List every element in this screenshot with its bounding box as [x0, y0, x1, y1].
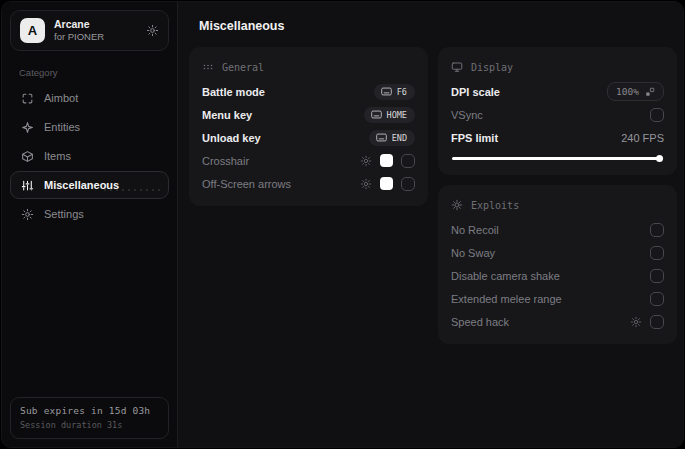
offscreen-arrows-color-swatch[interactable] — [380, 177, 393, 190]
vsync-label: VSync — [451, 109, 483, 121]
scale-icon — [645, 87, 655, 97]
sidebar-item-miscellaneous[interactable]: Miscellaneous — [10, 171, 169, 199]
vsync-row: VSync — [451, 103, 664, 126]
grid-dots-icon — [202, 61, 214, 73]
extended-melee-range-row: Extended melee range — [451, 287, 664, 310]
dpi-scale-row: DPI scale 100% — [451, 80, 664, 103]
keybind-value: HOME — [387, 110, 407, 120]
disable-camera-shake-row: Disable camera shake — [451, 264, 664, 287]
sidebar: A Arcane for PIONER Category Aim — [2, 2, 178, 447]
fps-limit-row: FPS limit 240 FPS — [451, 126, 664, 149]
disable-camera-shake-label: Disable camera shake — [451, 270, 560, 282]
display-panel-title: Display — [471, 62, 513, 73]
scan-icon — [21, 92, 34, 105]
menu-key-label: Menu key — [202, 109, 252, 121]
speed-hack-checkbox[interactable] — [650, 315, 664, 329]
speed-hack-label: Speed hack — [451, 316, 509, 328]
sidebar-item-items[interactable]: Items — [10, 142, 169, 170]
menu-key-row: Menu key HOME — [202, 103, 415, 126]
speed-hack-gear-icon[interactable] — [630, 316, 642, 328]
offscreen-arrows-gear-icon[interactable] — [360, 178, 372, 190]
no-recoil-label: No Recoil — [451, 224, 499, 236]
settings-gear-icon[interactable] — [146, 24, 159, 37]
crosshair-label: Crosshair — [202, 155, 249, 167]
no-recoil-row: No Recoil — [451, 218, 664, 241]
session-duration-text: Session duration 31s — [20, 420, 159, 430]
disable-camera-shake-checkbox[interactable] — [650, 269, 664, 283]
no-sway-checkbox[interactable] — [650, 246, 664, 260]
offscreen-arrows-label: Off-Screen arrows — [202, 178, 291, 190]
menu-key-keybind[interactable]: HOME — [364, 107, 415, 123]
brand-text: Arcane for PIONER — [54, 18, 137, 43]
sidebar-item-label: Aimbot — [44, 92, 78, 104]
exploits-panel-header: Exploits — [451, 194, 664, 218]
display-panel-header: Display — [451, 56, 664, 80]
offscreen-arrows-row: Off-Screen arrows — [202, 172, 415, 195]
app-logo: A — [20, 18, 45, 43]
general-panel-header: General — [202, 56, 415, 80]
speed-hack-row: Speed hack — [451, 310, 664, 333]
unload-key-label: Unload key — [202, 132, 261, 144]
vsync-checkbox[interactable] — [650, 108, 664, 122]
sidebar-item-aimbot[interactable]: Aimbot — [10, 84, 169, 112]
general-panel-title: General — [222, 62, 264, 73]
exploits-panel: Exploits No Recoil No Sway Disable camer… — [438, 185, 677, 344]
sidebar-item-entities[interactable]: Entities — [10, 113, 169, 141]
battle-mode-label: Battle mode — [202, 86, 265, 98]
sliders-icon — [21, 179, 34, 192]
battle-mode-keybind[interactable]: F6 — [374, 84, 415, 100]
keyboard-icon — [381, 87, 392, 96]
app-subtitle: for PIONER — [54, 31, 137, 43]
dpi-scale-chip[interactable]: 100% — [607, 82, 664, 101]
sidebar-item-label: Miscellaneous — [44, 179, 119, 191]
dpi-scale-label: DPI scale — [451, 86, 500, 98]
exploits-panel-title: Exploits — [471, 200, 519, 211]
no-sway-label: No Sway — [451, 247, 495, 259]
offscreen-arrows-checkbox[interactable] — [401, 177, 415, 191]
extended-melee-range-label: Extended melee range — [451, 293, 562, 305]
display-panel: Display DPI scale 100% — [438, 47, 677, 175]
page-title: Miscellaneous — [199, 19, 677, 33]
sub-expires-text: Sub expires in 15d 03h — [20, 405, 159, 416]
battle-mode-row: Battle mode F6 — [202, 80, 415, 103]
sidebar-item-label: Entities — [44, 121, 80, 133]
brand-card: A Arcane for PIONER — [10, 10, 169, 51]
sidebar-nav: Aimbot Entities Items — [10, 84, 169, 229]
fps-limit-slider[interactable] — [452, 154, 663, 162]
dpi-scale-value: 100% — [616, 86, 639, 97]
no-recoil-checkbox[interactable] — [650, 223, 664, 237]
category-label: Category — [19, 67, 160, 78]
burst-icon — [451, 199, 463, 211]
crosshair-gear-icon[interactable] — [360, 155, 372, 167]
extended-melee-range-checkbox[interactable] — [650, 292, 664, 306]
keyboard-icon — [371, 110, 382, 119]
no-sway-row: No Sway — [451, 241, 664, 264]
unload-key-keybind[interactable]: END — [369, 130, 415, 146]
slider-thumb[interactable] — [656, 155, 663, 162]
crosshair-color-swatch[interactable] — [380, 154, 393, 167]
keybind-value: END — [392, 133, 407, 143]
fps-limit-label: FPS limit — [451, 132, 498, 144]
sidebar-item-label: Settings — [44, 208, 84, 220]
gear-icon — [21, 208, 34, 221]
fps-limit-value: 240 FPS — [621, 132, 664, 144]
main-content: Miscellaneous General B — [178, 2, 684, 447]
sparkle-icon — [21, 121, 34, 134]
monitor-icon — [451, 61, 463, 73]
slider-fill — [452, 157, 663, 160]
app-window: A Arcane for PIONER Category Aim — [1, 1, 684, 448]
keyboard-icon — [376, 133, 387, 142]
app-name: Arcane — [54, 18, 137, 31]
general-panel: General Battle mode F6 — [189, 47, 428, 206]
crosshair-row: Crosshair — [202, 149, 415, 172]
subscription-info-card: Sub expires in 15d 03h Session duration … — [10, 397, 169, 439]
box-icon — [21, 150, 34, 163]
crosshair-checkbox[interactable] — [401, 154, 415, 168]
keybind-value: F6 — [397, 87, 407, 97]
sidebar-item-settings[interactable]: Settings — [10, 200, 169, 228]
unload-key-row: Unload key END — [202, 126, 415, 149]
sidebar-item-label: Items — [44, 150, 71, 162]
